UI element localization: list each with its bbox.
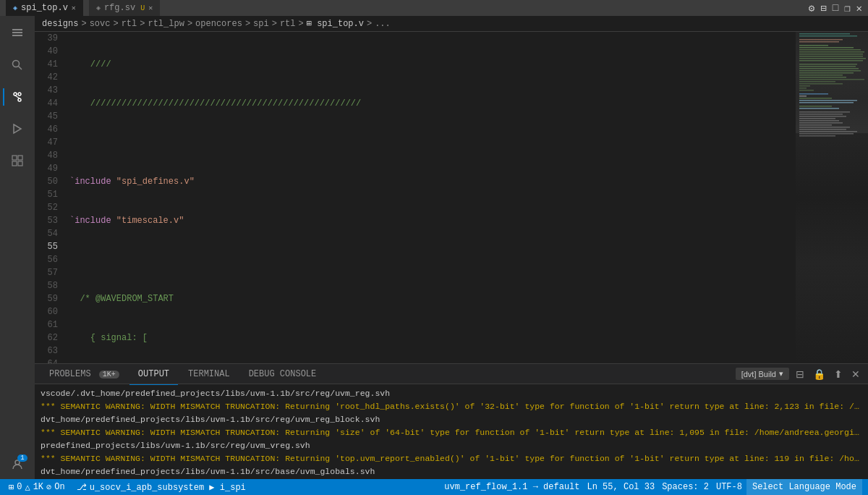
remote-icon: ⊞ [9,482,14,493]
code-line-40: ////////////////////////////////////////… [69,97,796,110]
status-bar: ⊞ 0 △ 1K ⊘ On ⎇ u_socv_i_apb_subsystem ▶… [0,479,868,495]
editor-area: designs > sovc > rtl > rtl_lpw > opencor… [35,16,868,479]
tab-output[interactable]: OUTPUT [129,366,178,382]
spaces-label: Spaces: 2 [662,482,709,492]
output-line-1: vscode/.dvt_home/predefined_projects/lib… [41,387,862,400]
tab-close-icon[interactable]: ✕ [72,4,76,12]
breadcrumb-designs[interactable]: designs [42,19,78,29]
main-layout: 1 designs > sovc > rtl > rtl_lpw > openc… [0,16,868,479]
branch-icon: ⎇ [77,482,87,493]
clear-output-icon[interactable]: ⊟ [793,368,807,380]
code-line-42: `include "spi_defines.v" [69,175,796,188]
position-label: Ln 55, Col 33 [587,482,655,492]
output-line-3: dvt_home/predefined_projects/libs/uvm-1.… [41,413,862,426]
tab-label: rfg.sv [104,3,135,13]
maximize-icon[interactable]: □ [833,2,838,14]
status-branch[interactable]: ⎇ u_socv_i_apb_subsystem ▶ i_spi [74,479,249,495]
sidebar-item-extensions[interactable] [3,146,32,175]
breadcrumb-symbol[interactable]: ... [375,19,391,29]
language-mode-label: Select Language Mode [752,482,856,492]
code-scroll[interactable]: 39 40 41 42 43 44 45 46 47 48 49 50 51 5… [35,32,796,363]
panel-tabs: PROBLEMS 1K+ OUTPUT TERMINAL DEBUG CONSO… [35,364,868,384]
breadcrumb-rtl2[interactable]: rtl [280,19,296,29]
breadcrumb-spi[interactable]: spi [253,19,269,29]
svg-rect-56 [799,135,835,137]
svg-rect-9 [18,156,22,160]
editor-content: 39 40 41 42 43 44 45 46 47 48 49 50 51 5… [35,32,868,363]
svg-line-5 [15,96,20,98]
lock-output-icon[interactable]: 🔒 [811,368,827,380]
close-window-icon[interactable]: ✕ [856,2,862,14]
status-position[interactable]: Ln 55, Col 33 [584,479,658,495]
svg-rect-55 [799,133,854,135]
code-line-39: //// [69,58,796,71]
tab-spi-top[interactable]: ◈ spi_top.v ✕ [6,0,83,16]
file-icon: ◈ [96,4,101,12]
expand-panel-icon[interactable]: ⬆ [832,368,845,380]
breadcrumb-sovc[interactable]: sovc [90,19,111,29]
code-line-46: { signal: [ [69,331,796,344]
status-errors: 0 [17,482,22,492]
output-dropdown[interactable]: [dvt] Build ▾ [736,368,789,380]
split-editor-icon[interactable]: ⊟ [820,2,826,14]
tab-debug-console[interactable]: DEBUG CONSOLE [240,366,326,382]
code-pane: 39 40 41 42 43 44 45 46 47 48 49 50 51 5… [35,32,796,363]
tab-problems[interactable]: PROBLEMS 1K+ [41,366,128,382]
code-line-45: /* @WAVEDROM_START [69,292,796,305]
breadcrumb-opencores[interactable]: opencores [195,19,242,29]
sidebar-item-accounts[interactable]: 1 [3,450,32,479]
svg-marker-7 [14,124,21,133]
tab-rfg-sv[interactable]: ◈ rfg.sv U ✕ [89,0,160,16]
minimap-viewport[interactable] [796,32,868,133]
debug-console-label: DEBUG CONSOLE [249,369,317,379]
status-on: On [54,482,64,492]
restore-icon[interactable]: ❐ [844,2,850,14]
status-git-ref[interactable]: uvm_ref_flow_1.1 → default [441,479,582,495]
sidebar-item-source-control[interactable] [3,82,32,111]
close-panel-icon[interactable]: ✕ [849,368,862,380]
unsaved-indicator: U [140,4,145,12]
status-spaces[interactable]: Spaces: 2 [659,479,712,495]
title-bar: ◈ spi_top.v ✕ ◈ rfg.sv U ✕ ⚙ ⊟ □ ❐ ✕ [0,0,868,16]
status-language-mode[interactable]: Select Language Mode [746,479,862,495]
output-line-7: dvt_home/predefined_projects/libs/uvm-1.… [41,465,862,478]
status-encoding[interactable]: UTF-8 [713,479,745,495]
svg-point-3 [18,98,21,101]
sidebar-item-search[interactable] [3,51,32,80]
status-remote[interactable]: ⊞ 0 △ 1K ⊘ On [6,479,68,495]
settings-icon[interactable]: ⚙ [809,2,814,14]
breadcrumb-rtl-lpw[interactable]: rtl_lpw [148,19,184,29]
git-ref-label: uvm_ref_flow_1.1 → default [444,482,579,492]
output-line-5: predefined_projects/libs/uvm-1.1b/src/re… [41,439,862,452]
panel: PROBLEMS 1K+ OUTPUT TERMINAL DEBUG CONSO… [35,363,868,479]
sidebar-item-run[interactable] [3,114,32,143]
chevron-down-icon: ▾ [779,369,783,378]
output-line-2: *** SEMANTIC WARNING: WIDTH MISMATCH TRU… [41,400,862,413]
breadcrumb: designs > sovc > rtl > rtl_lpw > opencor… [35,16,868,32]
problems-label: PROBLEMS [49,369,91,379]
svg-rect-8 [12,156,17,160]
sidebar-item-explorer[interactable] [3,19,32,48]
output-dropdown-label: [dvt] Build [741,370,776,378]
line-numbers: 39 40 41 42 43 44 45 46 47 48 49 50 51 5… [35,32,64,363]
breadcrumb-rtl[interactable]: rtl [122,19,137,29]
no-errors-icon: ⊘ [46,482,51,493]
tab-close-icon[interactable]: ✕ [148,4,153,12]
error-icon: △ [25,482,30,493]
svg-point-2 [14,93,17,96]
code-lines[interactable]: //// ///////////////////////////////////… [64,32,796,363]
svg-line-1 [19,67,22,70]
activity-bar: 1 [0,16,35,479]
code-line-41 [69,136,796,149]
branch-name: u_socv_i_apb_subsystem ▶ i_spi [90,482,246,493]
terminal-label: TERMINAL [188,369,230,379]
breadcrumb-file[interactable]: ⊞ spi_top.v [307,18,364,29]
output-label: OUTPUT [138,369,169,379]
svg-point-0 [13,61,20,67]
tab-terminal[interactable]: TERMINAL [179,366,239,382]
minimap[interactable] [796,32,868,363]
output-line-6: *** SEMANTIC WARNING: WIDTH MISMATCH TRU… [41,452,862,465]
panel-actions: [dvt] Build ▾ ⊟ 🔒 ⬆ ✕ [736,368,862,380]
output-line-4: *** SEMANTIC WARNING: WIDTH MISMATCH TRU… [41,426,862,439]
problems-badge: 1K+ [99,371,119,378]
